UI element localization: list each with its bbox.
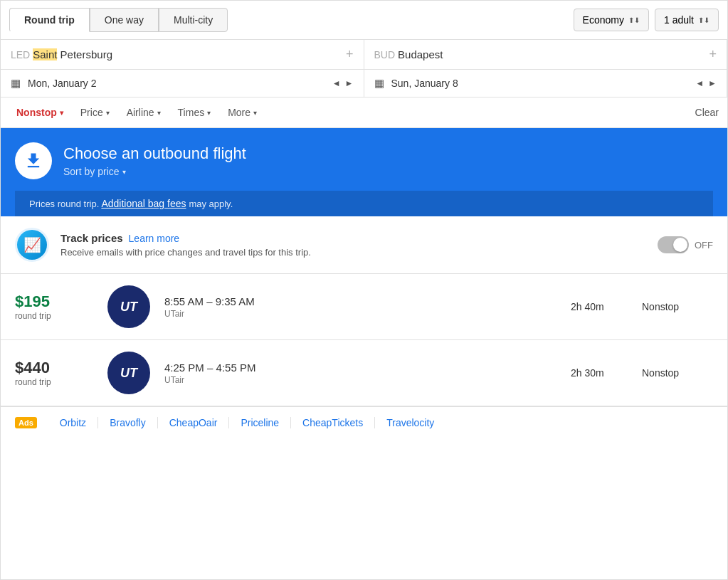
tab-multi-city[interactable]: Multi-city [159, 8, 228, 32]
depart-prev-icon[interactable]: ◄ [332, 78, 341, 88]
airline-name-0: UTair [164, 309, 571, 319]
flight-row-1[interactable]: $440 round trip UT 4:25 PM – 4:55 PM UTa… [1, 340, 727, 406]
filter-more-caret: ▾ [253, 109, 257, 117]
passengers-dropdown[interactable]: 1 adult ⬆⬇ [655, 9, 719, 31]
sort-button[interactable]: Sort by price ▾ [63, 166, 246, 177]
flight-info-0: 8:55 AM – 9:35 AM UTair [164, 295, 571, 319]
flight-duration-0: 2h 40m [571, 301, 642, 312]
ads-badge: Ads [15, 417, 37, 428]
filter-more[interactable]: More ▾ [221, 103, 264, 122]
passengers-label: 1 adult [664, 14, 694, 26]
filter-airline[interactable]: Airline ▾ [120, 103, 168, 122]
ads-link-travelocity[interactable]: Travelocity [375, 417, 445, 428]
track-prices-title: Track prices [60, 232, 123, 244]
toggle-switch[interactable] [658, 236, 689, 253]
flight-price-type-1: round trip [15, 377, 93, 387]
flight-price-0: $195 round trip [15, 292, 93, 321]
flight-row-0[interactable]: $195 round trip UT 8:55 AM – 9:35 AM UTa… [1, 274, 727, 340]
flight-price-1: $440 round trip [15, 359, 93, 387]
filter-price-caret: ▾ [106, 109, 110, 117]
toggle-label: OFF [695, 240, 713, 251]
filter-airline-caret: ▾ [157, 109, 161, 117]
return-next-icon[interactable]: ► [708, 78, 717, 88]
date-inputs: ▦ Mon, January 2 ◄ ► ▦ Sun, January 8 ◄ … [1, 70, 727, 97]
track-prices-toggle[interactable]: OFF [658, 236, 713, 253]
filter-times-label: Times [178, 107, 205, 118]
trip-type-tabs: Round trip One way Multi-city [9, 8, 228, 32]
tab-one-way[interactable]: One way [90, 8, 159, 32]
filter-nonstop[interactable]: Nonstop ▾ [9, 103, 70, 122]
bag-fees-notice: Prices round trip. Additional bag fees m… [15, 191, 713, 216]
destination-code: BUD [374, 49, 396, 60]
bag-fees-link[interactable]: Additional bag fees [101, 198, 186, 209]
airline-code-0: UT [120, 300, 137, 315]
ads-link-priceline[interactable]: Priceline [229, 417, 291, 428]
filter-times-caret: ▾ [207, 109, 211, 117]
ads-link-orbitz[interactable]: Orbitz [48, 417, 98, 428]
cabin-class-arrow-icon: ⬆⬇ [628, 16, 640, 24]
filter-airline-label: Airline [127, 107, 154, 118]
destination-add-icon[interactable]: + [709, 47, 717, 62]
return-prev-icon[interactable]: ◄ [695, 78, 704, 88]
destination-city: Budapest [398, 48, 443, 60]
return-calendar-icon: ▦ [374, 77, 384, 90]
ads-link-cheaptickets[interactable]: CheapTickets [291, 417, 375, 428]
flight-price-amount-0: $195 [15, 292, 93, 311]
return-date-input[interactable]: ▦ Sun, January 8 ◄ ► [364, 70, 728, 97]
clear-filters-button[interactable]: Clear [695, 107, 719, 118]
track-prices-icon: 📈 [15, 228, 49, 262]
destination-input[interactable]: BUD Budapest + [364, 40, 728, 69]
outbound-icon [15, 142, 52, 179]
filter-price[interactable]: Price ▾ [73, 103, 117, 122]
flight-price-amount-1: $440 [15, 359, 93, 377]
track-prices-text: Track prices Learn more Receive emails w… [60, 232, 646, 258]
filter-price-label: Price [80, 107, 103, 118]
airline-code-1: UT [120, 366, 137, 381]
bag-fees-text: Prices round trip. [29, 199, 99, 209]
airline-logo-1: UT [107, 352, 150, 394]
airline-logo-0: UT [107, 285, 150, 328]
depart-calendar-icon: ▦ [11, 77, 21, 90]
airline-name-1: UTair [164, 375, 571, 385]
ads-link-bravofly[interactable]: Bravofly [98, 417, 158, 428]
origin-code: LED [11, 49, 30, 60]
sort-label-text: Sort by price [63, 166, 120, 177]
filter-bar: Nonstop ▾ Price ▾ Airline ▾ Times ▾ More… [1, 97, 727, 128]
flight-stops-1: Nonstop [642, 367, 713, 379]
track-prices-desc: Receive emails with price changes and tr… [60, 247, 646, 258]
sort-caret-icon: ▾ [122, 168, 126, 176]
flight-info-1: 4:25 PM – 4:55 PM UTair [164, 362, 571, 385]
depart-next-icon[interactable]: ► [345, 78, 354, 88]
filter-nonstop-caret: ▾ [60, 109, 63, 117]
route-inputs: LED Saint Petersburg + BUD Budapest + [1, 40, 727, 70]
flight-times-0: 8:55 AM – 9:35 AM [164, 295, 571, 307]
filter-times[interactable]: Times ▾ [171, 103, 218, 122]
filter-more-label: More [228, 107, 250, 118]
origin-input[interactable]: LED Saint Petersburg + [1, 40, 364, 69]
origin-city: Saint Petersburg [33, 48, 112, 60]
depart-date-input[interactable]: ▦ Mon, January 2 ◄ ► [1, 70, 364, 97]
depart-date-value: Mon, January 2 [28, 78, 332, 89]
origin-add-icon[interactable]: + [346, 47, 354, 62]
learn-more-link[interactable]: Learn more [129, 233, 180, 244]
cabin-class-label: Economy [583, 14, 624, 26]
outbound-header: Choose an outbound flight Sort by price … [1, 128, 727, 216]
flight-duration-1: 2h 30m [571, 367, 642, 379]
track-prices-section: 📈 Track prices Learn more Receive emails… [1, 216, 727, 274]
ads-footer: Ads Orbitz Bravofly CheapOair Priceline … [1, 406, 727, 438]
passengers-arrow-icon: ⬆⬇ [698, 16, 709, 24]
ads-link-cheapoair[interactable]: CheapOair [158, 417, 230, 428]
outbound-title: Choose an outbound flight [63, 144, 246, 163]
flight-stops-0: Nonstop [642, 301, 713, 312]
filter-nonstop-label: Nonstop [16, 107, 57, 118]
tab-round-trip[interactable]: Round trip [9, 8, 90, 32]
flight-times-1: 4:25 PM – 4:55 PM [164, 362, 571, 374]
flight-price-type-0: round trip [15, 311, 93, 321]
flights-list: $195 round trip UT 8:55 AM – 9:35 AM UTa… [1, 274, 727, 406]
toggle-knob [673, 238, 687, 252]
cabin-class-dropdown[interactable]: Economy ⬆⬇ [574, 9, 649, 31]
return-date-value: Sun, January 8 [391, 78, 696, 89]
